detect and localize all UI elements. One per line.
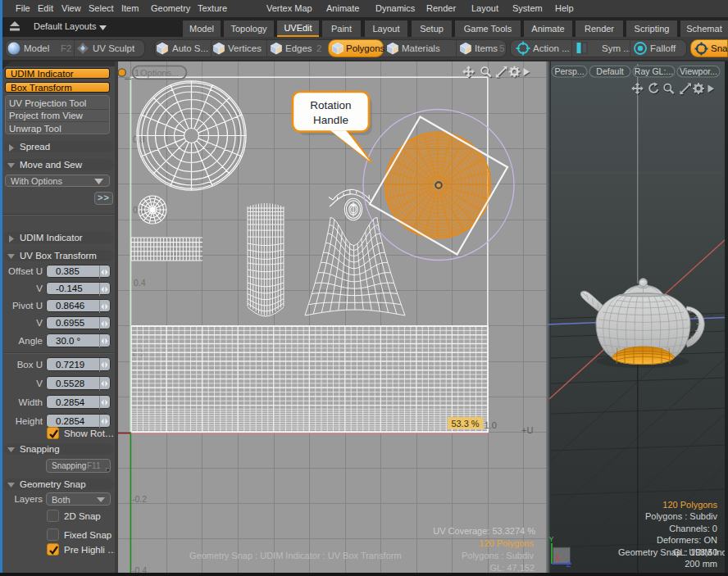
svg-text:Z: Z [566, 560, 571, 569]
svg-text:200 mm: 200 mm [685, 559, 717, 569]
svg-text:Geometry Snap : UDIM Indicator: Geometry Snap : UDIM Indicator : UV Box … [189, 551, 402, 560]
svg-text:X: X [555, 554, 561, 563]
svg-text:Default: Default [596, 66, 623, 76]
svg-text:53.3 %: 53.3 % [451, 419, 479, 429]
svg-text:Channels: 0: Channels: 0 [669, 524, 717, 533]
svg-text:UV Coverage: 53.3274 %: UV Coverage: 53.3274 % [433, 526, 535, 536]
svg-text:Persp...: Persp... [554, 66, 584, 76]
svg-text:Rotation: Rotation [310, 99, 351, 111]
svg-text:Viewpor...: Viewpor... [680, 66, 717, 76]
svg-text:Options...: Options... [140, 68, 179, 78]
svg-text:GL: 193,50: GL: 193,50 [673, 547, 717, 557]
svg-text:120 Polygons: 120 Polygons [662, 500, 717, 510]
svg-text:Deformers: ON: Deformers: ON [657, 535, 717, 545]
svg-text:Handle: Handle [313, 114, 348, 126]
svg-text:120 Polygons: 120 Polygons [479, 538, 534, 548]
svg-text:0.4: 0.4 [134, 278, 146, 288]
svg-text:-0.2: -0.2 [132, 494, 147, 504]
svg-text:+U: +U [521, 425, 533, 435]
svg-text:Polygons : Subdiv: Polygons : Subdiv [645, 511, 718, 521]
svg-text:1.0: 1.0 [485, 420, 497, 430]
svg-text:Ray GL:...: Ray GL:... [635, 66, 673, 76]
svg-text:Y: Y [549, 535, 554, 543]
svg-text:1: 1 [134, 68, 139, 78]
svg-text:Polygons : Subdiv: Polygons : Subdiv [462, 551, 535, 560]
svg-text:GL: 47,152: GL: 47,152 [490, 563, 535, 573]
